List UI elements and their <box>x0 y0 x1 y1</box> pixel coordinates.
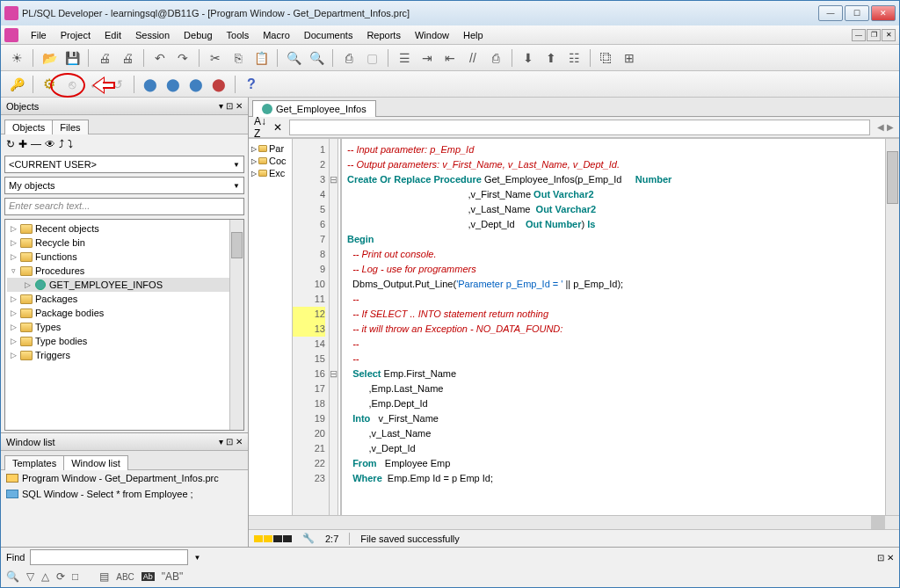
menu-edit[interactable]: Edit <box>98 28 128 42</box>
find-input[interactable] <box>30 549 188 565</box>
find-regex-label[interactable]: "AB" <box>162 570 184 583</box>
execute-button[interactable]: ⚙ <box>39 74 60 95</box>
nav-tree-item[interactable]: ▷Exc <box>250 167 290 179</box>
query-input[interactable] <box>289 120 870 135</box>
objects-pin-icon[interactable]: ▾ ⊡ ✕ <box>219 101 243 111</box>
find-scope-icon[interactable]: □ <box>72 570 78 583</box>
query-builder-button[interactable]: ▢ <box>361 47 382 69</box>
user-dropdown[interactable]: <CURRENT USER> ▼ <box>4 156 244 173</box>
menu-window[interactable]: Window <box>408 28 456 42</box>
filter-dropdown[interactable]: My objects ▼ <box>4 177 244 194</box>
mdi-restore-button[interactable]: ❐ <box>867 29 881 41</box>
code-editor[interactable]: -- Input parameter: p_Emp_Id-- Output pa… <box>342 139 885 515</box>
find-pin-icon[interactable]: ⊡ ✕ <box>877 553 894 563</box>
find-up-icon[interactable]: △ <box>41 570 49 583</box>
remove-icon[interactable]: — <box>31 138 41 150</box>
tree-item[interactable]: ▿Procedures <box>7 264 242 278</box>
cascade-button[interactable]: ⿻ <box>596 47 617 69</box>
window-list-pin-icon[interactable]: ▾ ⊡ ✕ <box>219 437 243 446</box>
close-button[interactable]: ✕ <box>871 5 896 21</box>
undo-button[interactable]: ↶ <box>149 47 171 69</box>
beautify-button[interactable]: ☰ <box>394 47 415 69</box>
objects-search-input[interactable]: Enter search text... <box>4 198 244 215</box>
close-nav-button[interactable]: ✕ <box>273 121 282 134</box>
document-tab[interactable]: Get_Employee_Infos <box>252 100 376 117</box>
set-breakpoint-button[interactable]: ⬤ <box>140 74 161 95</box>
break-button[interactable]: ⎋ <box>62 74 83 95</box>
open-button[interactable]: 📂 <box>39 47 60 69</box>
menu-session[interactable]: Session <box>128 28 177 42</box>
refresh-icon[interactable]: ↻ <box>6 138 15 150</box>
tree-item[interactable]: ▷Packages <box>7 292 242 306</box>
filter-icon[interactable]: 👁 <box>45 138 55 150</box>
save-button[interactable]: 💾 <box>62 47 83 69</box>
new-button[interactable]: ☀ <box>6 47 27 69</box>
outdent-button[interactable]: ⇤ <box>439 47 461 69</box>
export-button[interactable]: ⬆ <box>541 47 562 69</box>
menu-project[interactable]: Project <box>54 28 98 42</box>
find-down-icon[interactable]: ▽ <box>26 570 34 583</box>
tree-item[interactable]: ▷Type bodies <box>7 334 242 348</box>
menu-reports[interactable]: Reports <box>359 28 408 42</box>
minimize-button[interactable]: — <box>818 5 843 21</box>
redo-button[interactable]: ↷ <box>172 47 193 69</box>
tab-templates[interactable]: Templates <box>4 455 64 470</box>
tab-objects[interactable]: Objects <box>4 120 53 134</box>
tree-scrollbar[interactable] <box>229 220 243 430</box>
menu-debug[interactable]: Debug <box>177 28 219 42</box>
window-list-item[interactable]: Program Window - Get_Department_Infos.pr… <box>1 470 248 486</box>
step-over-button[interactable]: ⬤ <box>185 74 207 95</box>
tile-button[interactable]: ⊞ <box>619 47 640 69</box>
find-wrap-icon[interactable]: ⟳ <box>56 570 65 583</box>
tree-item[interactable]: ▷Package bodies <box>7 306 242 320</box>
tree-item[interactable]: ▷Triggers <box>7 348 242 362</box>
wrench-icon[interactable]: 🔧 <box>302 533 315 544</box>
explain-plan-button[interactable]: ⎙ <box>338 47 359 69</box>
print-setup-button[interactable]: 🖨 <box>117 47 138 69</box>
paste-button[interactable]: 📋 <box>250 47 272 69</box>
objects-button[interactable]: ☷ <box>563 47 584 69</box>
code-nav-tree[interactable]: ▷Par▷Coc▷Exc <box>249 139 293 515</box>
editor-v-scrollbar[interactable] <box>885 139 899 515</box>
tab-window-list[interactable]: Window list <box>63 455 128 470</box>
rollback-button[interactable]: ↺ <box>107 74 128 95</box>
tree-item[interactable]: ▷Recent objects <box>7 221 242 236</box>
comment-button[interactable]: // <box>462 47 483 69</box>
tree-item[interactable]: ▷Types <box>7 320 242 334</box>
logon-button[interactable]: 🔑 <box>6 74 27 95</box>
print-button[interactable]: 🖨 <box>94 47 115 69</box>
sort-button[interactable]: A↓Z <box>254 115 266 140</box>
menu-macro[interactable]: Macro <box>256 28 297 42</box>
mdi-minimize-button[interactable]: — <box>852 29 866 41</box>
tree-item[interactable]: ▷Recycle bin <box>7 236 242 250</box>
line-gutter[interactable]: 1234567891011121314151617181920212223 <box>293 139 330 515</box>
menu-tools[interactable]: Tools <box>220 28 257 42</box>
indent-button[interactable]: ⇥ <box>417 47 438 69</box>
nav-tree-item[interactable]: ▷Coc <box>250 155 290 167</box>
window-list-item[interactable]: SQL Window - Select * from Employee ; <box>1 486 248 502</box>
find-whole-word-icon[interactable]: Ab <box>142 572 155 581</box>
tree-item[interactable]: ▷Functions <box>7 250 242 264</box>
commit-button[interactable]: ✓ <box>84 74 105 95</box>
add-icon[interactable]: ✚ <box>18 138 27 150</box>
find-replace-button[interactable]: 🔍 <box>306 47 327 69</box>
uncomment-button[interactable]: ⎙ <box>485 47 506 69</box>
menu-file[interactable]: File <box>24 28 54 42</box>
menu-documents[interactable]: Documents <box>297 28 360 42</box>
copy-button[interactable]: ⎘ <box>228 47 249 69</box>
nav-arrows[interactable]: ◀ ▶ <box>877 122 894 132</box>
mdi-close-button[interactable]: ✕ <box>882 29 896 41</box>
editor-h-scrollbar[interactable] <box>249 515 899 529</box>
help-button[interactable]: ? <box>241 74 262 95</box>
sort-icon[interactable]: ⤵ <box>68 138 73 150</box>
import-button[interactable]: ⬇ <box>518 47 539 69</box>
find-binoculars-icon[interactable]: 🔍 <box>6 570 19 583</box>
fold-column[interactable]: ⊟⊟ <box>330 139 338 515</box>
find-history-dropdown[interactable]: ▼ <box>193 554 200 562</box>
maximize-button[interactable]: ☐ <box>845 5 869 21</box>
tab-files[interactable]: Files <box>52 120 88 134</box>
tools-icon[interactable]: ⤴ <box>59 138 64 150</box>
objects-tree[interactable]: ▷Recent objects▷Recycle bin▷Functions▿Pr… <box>4 219 244 431</box>
step-into-button[interactable]: ⬤ <box>208 74 229 95</box>
tree-item[interactable]: ▷GET_EMPLOYEE_INFOS <box>7 278 242 292</box>
